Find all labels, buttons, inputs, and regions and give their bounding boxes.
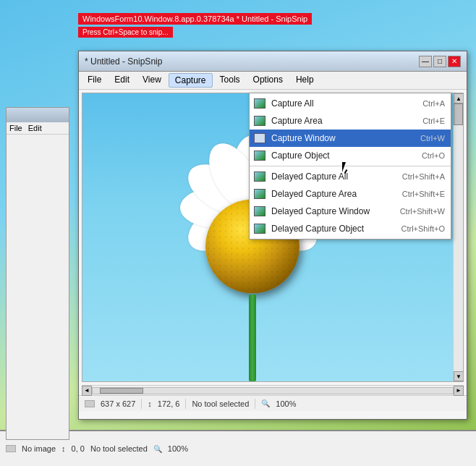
title-bar: * Untitled - SnipSnip — □ ✕ bbox=[79, 51, 467, 72]
bottom-image-status: No image bbox=[22, 444, 56, 453]
taskbar-tooltip: WindowsForm10.Window.8.app.0.378734a * U… bbox=[78, 13, 312, 25]
capture-area-shortcut: Ctrl+E bbox=[422, 116, 445, 125]
capture-area-label: Capture Area bbox=[271, 116, 404, 126]
delayed-capture-area-label: Delayed Capture Area bbox=[271, 189, 383, 199]
status-zoom-icon: 🔍 bbox=[261, 399, 270, 407]
bottom-window: No image ↕ 0, 0 No tool selected 🔍 100% bbox=[0, 430, 476, 466]
delayed-capture-all-label: Delayed Capture All bbox=[271, 171, 383, 182]
window-title: * Untitled - SnipSnip bbox=[85, 56, 162, 67]
bottom-coordinates: 0, 0 bbox=[72, 444, 85, 453]
bottom-image-icon bbox=[6, 445, 16, 452]
capture-all-shortcut: Ctrl+A bbox=[422, 99, 445, 108]
bg-window-menubar: File Edit bbox=[7, 122, 69, 135]
bottom-window-inner: No image ↕ 0, 0 No tool selected 🔍 100% bbox=[0, 441, 476, 456]
bottom-coords-icon: ↕ bbox=[61, 444, 66, 453]
capture-object-shortcut: Ctrl+O bbox=[422, 151, 445, 160]
menu-delayed-capture-all[interactable]: Delayed Capture All Ctrl+Shift+A bbox=[250, 168, 451, 185]
tooltip-sub-text: Press Ctrl+Space to snip... bbox=[82, 28, 169, 36]
main-window: * Untitled - SnipSnip — □ ✕ File Edit Vi… bbox=[78, 51, 467, 420]
bottom-zoom-icon: 🔍 bbox=[153, 445, 162, 453]
capture-object-icon bbox=[252, 150, 267, 161]
delayed-capture-window-label: Delayed Capture Window bbox=[271, 206, 381, 216]
status-bar: 637 x 627 ↕ 172, 6 No tool selected 🔍 10… bbox=[79, 395, 467, 411]
tooltip-title-text: WindowsForm10.Window.8.app.0.378734a * U… bbox=[82, 14, 307, 23]
capture-window-label: Capture Window bbox=[271, 133, 401, 143]
capture-window-icon bbox=[252, 132, 267, 144]
status-dimensions: 637 x 627 bbox=[101, 399, 135, 408]
menu-capture-all[interactable]: Capture All Ctrl+A bbox=[250, 95, 451, 112]
bottom-zoom: 100% bbox=[168, 444, 188, 453]
delayed-capture-window-icon bbox=[252, 206, 267, 217]
menu-bar: File Edit View Capture Tools Options Hel… bbox=[79, 72, 467, 90]
vertical-scrollbar[interactable]: ▲ ▼ bbox=[453, 93, 463, 381]
menu-edit[interactable]: Edit bbox=[109, 73, 135, 88]
scroll-left-button[interactable]: ◄ bbox=[82, 386, 92, 396]
background-window: File Edit bbox=[6, 107, 69, 440]
delayed-capture-window-icon-img bbox=[254, 206, 265, 216]
scroll-track bbox=[454, 103, 463, 371]
menu-help[interactable]: Help bbox=[290, 73, 320, 88]
menu-tools[interactable]: Tools bbox=[214, 73, 246, 88]
maximize-button[interactable]: □ bbox=[433, 56, 446, 67]
status-zoom: 100% bbox=[276, 399, 296, 408]
status-divider-2 bbox=[185, 399, 186, 409]
menu-capture-object[interactable]: Capture Object Ctrl+O bbox=[250, 147, 451, 164]
menu-view[interactable]: View bbox=[137, 73, 167, 88]
capture-area-icon bbox=[252, 115, 267, 127]
minimize-button[interactable]: — bbox=[419, 56, 432, 67]
title-buttons: — □ ✕ bbox=[419, 56, 461, 67]
capture-dropdown: Capture All Ctrl+A Capture Area Ctrl+E C… bbox=[249, 93, 451, 240]
status-divider-3 bbox=[255, 399, 255, 409]
menu-options[interactable]: Options bbox=[247, 73, 289, 88]
flower-stem bbox=[249, 295, 256, 381]
capture-window-icon-img bbox=[254, 133, 265, 143]
capture-object-label: Capture Object bbox=[271, 151, 403, 161]
scroll-up-button[interactable]: ▲ bbox=[454, 93, 464, 103]
bg-window-titlebar bbox=[7, 108, 69, 122]
menu-delayed-capture-area[interactable]: Delayed Capture Area Ctrl+Shift+E bbox=[250, 185, 451, 203]
bg-menu-file[interactable]: File bbox=[9, 124, 22, 132]
capture-all-label: Capture All bbox=[271, 98, 404, 109]
delayed-capture-area-icon bbox=[252, 188, 267, 200]
capture-object-icon-img bbox=[254, 151, 265, 161]
menu-capture[interactable]: Capture bbox=[169, 73, 213, 88]
capture-window-shortcut: Ctrl+W bbox=[420, 134, 445, 143]
capture-area-icon-img bbox=[254, 116, 265, 126]
delayed-capture-window-shortcut: Ctrl+Shift+W bbox=[400, 207, 445, 216]
h-scroll-thumb[interactable] bbox=[100, 388, 143, 394]
close-button[interactable]: ✕ bbox=[448, 56, 461, 67]
menu-capture-area[interactable]: Capture Area Ctrl+E bbox=[250, 112, 451, 130]
scroll-thumb[interactable] bbox=[454, 103, 463, 125]
status-image-icon bbox=[85, 400, 95, 407]
bottom-tool-status: No tool selected bbox=[90, 444, 148, 453]
menu-file[interactable]: File bbox=[82, 73, 107, 88]
horizontal-scrollbar[interactable]: ◄ ► bbox=[82, 385, 464, 395]
delayed-capture-object-icon-img bbox=[254, 224, 265, 234]
scroll-down-button[interactable]: ▼ bbox=[454, 371, 464, 381]
bg-menu-edit[interactable]: Edit bbox=[28, 124, 42, 132]
capture-all-icon-img bbox=[254, 98, 265, 109]
delayed-capture-all-icon bbox=[252, 171, 267, 182]
h-scroll-track bbox=[92, 387, 454, 394]
taskbar-tooltip-sub: Press Ctrl+Space to snip... bbox=[78, 27, 173, 38]
status-coords-icon: ↕ bbox=[148, 399, 152, 408]
delayed-capture-object-shortcut: Ctrl+Shift+O bbox=[401, 224, 445, 233]
delayed-capture-all-icon-img bbox=[254, 171, 265, 182]
status-coordinates: 172, 6 bbox=[158, 399, 180, 408]
delayed-capture-all-shortcut: Ctrl+Shift+A bbox=[402, 172, 445, 181]
delayed-capture-object-label: Delayed Capture Object bbox=[271, 224, 382, 234]
menu-separator bbox=[250, 166, 451, 166]
status-tool: No tool selected bbox=[192, 399, 249, 408]
scroll-right-button[interactable]: ► bbox=[454, 386, 464, 396]
menu-delayed-capture-object[interactable]: Delayed Capture Object Ctrl+Shift+O bbox=[250, 220, 451, 237]
delayed-capture-area-icon-img bbox=[254, 189, 265, 199]
delayed-capture-object-icon bbox=[252, 223, 267, 234]
delayed-capture-area-shortcut: Ctrl+Shift+E bbox=[402, 190, 445, 198]
status-divider-1 bbox=[141, 399, 142, 409]
capture-all-icon bbox=[252, 98, 267, 109]
menu-delayed-capture-window[interactable]: Delayed Capture Window Ctrl+Shift+W bbox=[250, 203, 451, 220]
menu-capture-window[interactable]: Capture Window Ctrl+W bbox=[250, 130, 451, 147]
